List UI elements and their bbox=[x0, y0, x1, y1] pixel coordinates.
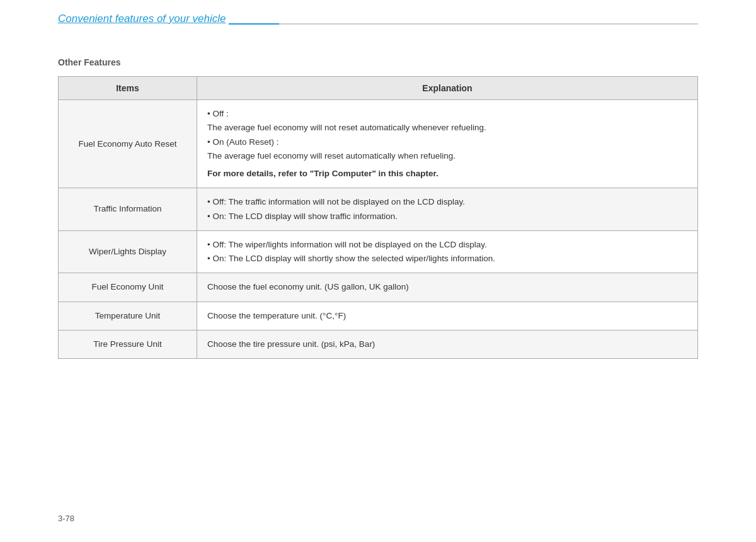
features-table: Items Explanation Fuel Economy Auto Rese… bbox=[58, 76, 698, 359]
explanation-line: The average fuel economy will not reset … bbox=[207, 121, 687, 134]
table-cell-explanation: • Off: The wiper/lights information will… bbox=[197, 230, 698, 273]
explanation-line: • On: The LCD display will show traffic … bbox=[207, 210, 687, 223]
bold-note: For more details, refer to "Trip Compute… bbox=[207, 167, 687, 180]
explanation-line: The average fuel economy will reset auto… bbox=[207, 150, 687, 162]
header-accent-line bbox=[229, 23, 279, 25]
explanation-line: • Off: The wiper/lights information will… bbox=[207, 239, 687, 251]
table-row: Traffic Information• Off: The traffic in… bbox=[59, 188, 698, 231]
explanation-line: Choose the temperature unit. (°C,°F) bbox=[207, 310, 687, 322]
explanation-line: Choose the fuel economy unit. (US gallon… bbox=[207, 281, 687, 293]
table-cell-explanation: • Off :The average fuel economy will not… bbox=[197, 100, 698, 188]
header-title-row: Convenient features of your vehicle bbox=[58, 13, 698, 29]
table-cell-explanation: Choose the temperature unit. (°C,°F) bbox=[197, 302, 698, 330]
table-row: Fuel Economy Auto Reset• Off :The averag… bbox=[59, 100, 698, 188]
table-cell-explanation: Choose the fuel economy unit. (US gallon… bbox=[197, 273, 698, 302]
table-cell-explanation: • Off: The traffic information will not … bbox=[197, 188, 698, 231]
table-cell-item: Wiper/Lights Display bbox=[59, 230, 197, 273]
explanation-line: • Off : bbox=[207, 108, 687, 120]
table-cell-item: Tire Pressure Unit bbox=[59, 330, 197, 358]
header-section: Convenient features of your vehicle bbox=[58, 0, 698, 29]
page-number: 3-78 bbox=[58, 514, 74, 523]
page-container: Convenient features of your vehicle Othe… bbox=[0, 0, 756, 359]
table-cell-item: Temperature Unit bbox=[59, 302, 197, 330]
table-cell-item: Fuel Economy Unit bbox=[59, 273, 197, 302]
explanation-line: Choose the tire pressure unit. (psi, kPa… bbox=[207, 338, 687, 351]
table-row: Wiper/Lights Display• Off: The wiper/lig… bbox=[59, 230, 698, 273]
col-items-header: Items bbox=[59, 77, 197, 100]
header-divider-line bbox=[279, 23, 699, 25]
explanation-line: • Off: The traffic information will not … bbox=[207, 196, 687, 208]
table-header-row: Items Explanation bbox=[59, 77, 698, 100]
table-cell-item: Fuel Economy Auto Reset bbox=[59, 100, 197, 188]
page-title: Convenient features of your vehicle bbox=[58, 13, 226, 29]
explanation-line: • On (Auto Reset) : bbox=[207, 136, 687, 149]
explanation-line: • On: The LCD display will shortly show … bbox=[207, 252, 687, 265]
table-row: Temperature UnitChoose the temperature u… bbox=[59, 302, 698, 330]
col-explanation-header: Explanation bbox=[197, 77, 698, 100]
table-cell-explanation: Choose the tire pressure unit. (psi, kPa… bbox=[197, 330, 698, 358]
table-row: Tire Pressure UnitChoose the tire pressu… bbox=[59, 330, 698, 358]
section-title: Other Features bbox=[58, 57, 698, 67]
table-row: Fuel Economy UnitChoose the fuel economy… bbox=[59, 273, 698, 302]
table-cell-item: Traffic Information bbox=[59, 188, 197, 231]
